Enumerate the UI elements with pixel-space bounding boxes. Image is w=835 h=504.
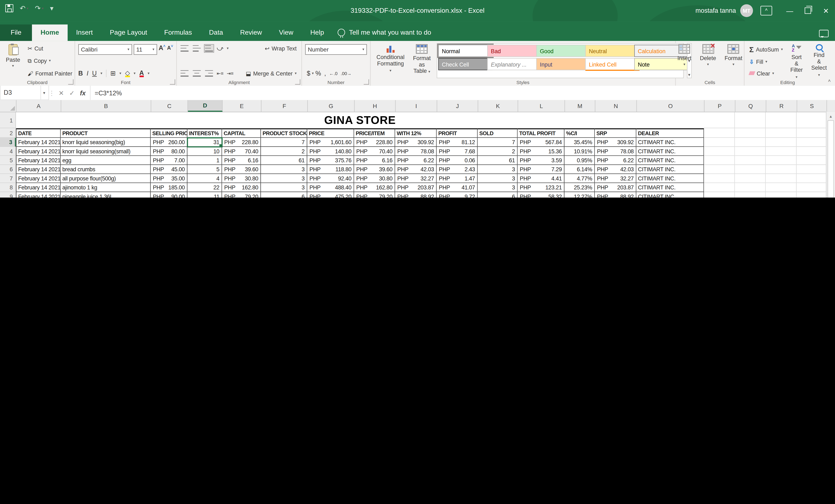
- font-size-combo[interactable]: 11▾: [134, 44, 157, 55]
- cell[interactable]: [704, 192, 735, 197]
- cell-style-normal[interactable]: Normal: [438, 45, 492, 57]
- cell[interactable]: PHP78.08: [595, 147, 636, 156]
- cell-style-good[interactable]: Good: [536, 45, 590, 57]
- borders-button[interactable]: ⊞: [110, 70, 116, 77]
- collapse-ribbon-button[interactable]: ˄: [828, 78, 831, 84]
- save-button[interactable]: [5, 4, 13, 12]
- cell[interactable]: [766, 192, 797, 197]
- cell[interactable]: 3: [261, 174, 307, 183]
- cell[interactable]: February 14 2021: [16, 147, 61, 156]
- cell[interactable]: PHP32.27: [395, 174, 437, 183]
- cell[interactable]: PHP118.80: [307, 165, 354, 174]
- cancel-formula-button[interactable]: ✕: [59, 89, 64, 97]
- user-name[interactable]: mostafa tanna: [695, 7, 736, 14]
- cell[interactable]: [704, 147, 735, 156]
- sort-filter-button[interactable]: AZ Sort & Filter ▾: [788, 43, 806, 78]
- comma-style-button[interactable]: ,: [323, 70, 328, 77]
- delete-cells-button[interactable]: ✕ Delete▾: [697, 43, 719, 78]
- find-select-button[interactable]: Find & Select ▾: [809, 43, 830, 78]
- cell[interactable]: PHP92.40: [307, 174, 354, 183]
- cell[interactable]: February 14 2021: [16, 183, 61, 192]
- cell[interactable]: [704, 183, 735, 192]
- format-as-table-button[interactable]: Format as Table ▾: [410, 43, 433, 78]
- font-dialog-launcher[interactable]: [170, 79, 175, 85]
- column-header-K[interactable]: K: [478, 100, 518, 112]
- orientation-button[interactable]: ⤻: [217, 44, 224, 52]
- cell-style-explanatory[interactable]: Explanatory ...: [487, 58, 542, 70]
- cell[interactable]: PHP7.29: [518, 165, 565, 174]
- bold-button[interactable]: B: [78, 70, 83, 77]
- paste-button[interactable]: Paste▾: [3, 43, 23, 78]
- cell[interactable]: PHP140.80: [307, 147, 354, 156]
- insert-cells-button[interactable]: Insert▾: [675, 43, 694, 78]
- cell[interactable]: PHP203.87: [595, 183, 636, 192]
- column-header-P[interactable]: P: [705, 100, 735, 112]
- tab-home[interactable]: Home: [32, 24, 67, 41]
- cell[interactable]: CITIMART INC.: [636, 147, 704, 156]
- middle-align-button[interactable]: [192, 44, 201, 52]
- cell[interactable]: ajinomoto 1 kg: [61, 183, 151, 192]
- row-header-3[interactable]: 3: [0, 138, 16, 147]
- cell[interactable]: PHP9.72: [437, 192, 477, 197]
- cell[interactable]: [735, 147, 766, 156]
- row-header-8[interactable]: 8: [0, 183, 16, 192]
- header-cell-with-12-[interactable]: WITH 12%: [395, 128, 437, 138]
- row-header-1[interactable]: 1: [0, 112, 16, 128]
- column-header-L[interactable]: L: [518, 100, 565, 112]
- select-all-corner[interactable]: [0, 100, 17, 112]
- tab-review[interactable]: Review: [231, 24, 270, 41]
- align-left-button[interactable]: [180, 69, 189, 77]
- tab-insert[interactable]: Insert: [68, 24, 101, 41]
- header-cell-total-profit[interactable]: TOTAL PROFIT: [518, 128, 565, 138]
- cell[interactable]: 3: [261, 183, 307, 192]
- align-center-button[interactable]: [192, 69, 201, 77]
- cell[interactable]: February 14 2021: [16, 165, 61, 174]
- cell[interactable]: [766, 147, 797, 156]
- cell[interactable]: PHP567.84: [518, 138, 565, 147]
- redo-button[interactable]: ↷▾: [35, 4, 44, 12]
- cell[interactable]: 61: [261, 156, 307, 165]
- column-header-J[interactable]: J: [437, 100, 478, 112]
- cell[interactable]: PHP30.80: [222, 174, 261, 183]
- cell[interactable]: [797, 138, 827, 147]
- cell[interactable]: 6: [477, 192, 517, 197]
- cell[interactable]: [797, 192, 827, 197]
- cell[interactable]: PHP0.06: [437, 156, 477, 165]
- tab-page-layout[interactable]: Page Layout: [101, 24, 156, 41]
- vertical-scrollbar[interactable]: ▲ ▼: [826, 112, 835, 197]
- cell[interactable]: [704, 138, 735, 147]
- number-dialog-launcher[interactable]: [364, 79, 369, 85]
- minimize-button[interactable]: —: [781, 0, 799, 21]
- cell[interactable]: bread crumbs: [61, 165, 151, 174]
- cell[interactable]: PHP42.03: [395, 165, 437, 174]
- cell[interactable]: [766, 156, 797, 165]
- fill-color-button[interactable]: ◇: [125, 70, 130, 77]
- cell[interactable]: 61: [477, 156, 517, 165]
- font-name-combo[interactable]: Calibri▾: [78, 44, 132, 55]
- cell[interactable]: PHP7.68: [437, 147, 477, 156]
- cell[interactable]: PHP3.59: [518, 156, 565, 165]
- cell[interactable]: 7: [261, 138, 307, 147]
- cell[interactable]: 4.77%: [565, 174, 595, 183]
- cell[interactable]: 4: [187, 174, 222, 183]
- cell[interactable]: CITIMART INC.: [636, 192, 704, 197]
- cell[interactable]: 2: [261, 147, 307, 156]
- conditional-formatting-button[interactable]: Conditional Formatting ▾: [374, 43, 407, 78]
- enter-formula-button[interactable]: ✓: [69, 89, 75, 97]
- merge-center-button[interactable]: ⬓ Merge & Center ▾: [244, 69, 298, 77]
- cell[interactable]: [766, 112, 797, 128]
- cell[interactable]: pineapple juice 1.36L: [61, 192, 151, 197]
- increase-indent-button[interactable]: ⇥≡: [227, 70, 233, 76]
- cell[interactable]: PHP35.00: [151, 174, 187, 183]
- cell[interactable]: February 14 2021: [16, 192, 61, 197]
- header-cell-date[interactable]: DATE: [16, 128, 61, 138]
- row-header-9[interactable]: 9: [0, 192, 16, 197]
- cell[interactable]: [797, 165, 827, 174]
- close-button[interactable]: ✕: [817, 0, 835, 21]
- cell[interactable]: PHP41.07: [437, 183, 477, 192]
- column-header-R[interactable]: R: [766, 100, 797, 112]
- cell[interactable]: PHP39.60: [354, 165, 395, 174]
- cell[interactable]: [735, 183, 766, 192]
- cell[interactable]: PHP488.40: [307, 183, 354, 192]
- insert-function-button[interactable]: fx: [80, 89, 86, 97]
